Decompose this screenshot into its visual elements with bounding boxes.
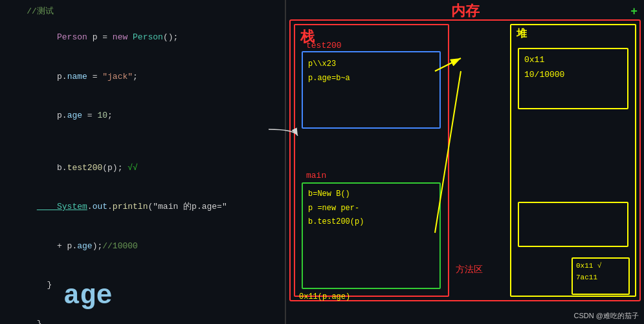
main-frame: main b=New B() p =new per- b.test200(p) <box>302 182 441 289</box>
code-line-8: } <box>6 305 278 324</box>
code-panel: //测试 Person p = new Person(); p.name = "… <box>0 0 285 324</box>
code-line-comment: //测试 <box>6 5 278 18</box>
stack-section: 栈 test200 p\\x23 p.age=b~a main b=New B(… <box>294 24 449 297</box>
heap-label: 堆 <box>516 27 527 41</box>
age-large-text: age <box>63 275 113 318</box>
memory-border: 栈 test200 p\\x23 p.age=b~a main b=New B(… <box>289 19 641 301</box>
code-line-1: Person p = new Person(); <box>6 18 278 57</box>
code-line-2: p.name = "jack"; <box>6 58 278 96</box>
heap-obj-top: 0x11 10/10000 <box>518 48 628 109</box>
diagram-panel: 内存 + 栈 test200 p\\x23 p.age=b~a main <box>285 0 644 324</box>
code-line-blank <box>6 135 278 148</box>
csdn-watermark: CSDN @难吃的茄子 <box>574 311 639 321</box>
main-label: main <box>306 171 326 180</box>
method-area-content: 0x11 √ 7ac11 <box>573 259 628 285</box>
code-line-7: } <box>6 266 278 305</box>
code-line-4: b.test200(p); √√ <box>6 149 278 188</box>
bottom-note: 0x11(p.age) <box>299 292 350 301</box>
main-container: //测试 Person p = new Person(); p.name = "… <box>0 0 644 324</box>
heap-obj-bottom <box>518 202 628 247</box>
code-line-5: System.out.println("main 的p.age=" <box>6 188 278 226</box>
method-area-box: 0x11 √ 7ac11 <box>572 257 630 295</box>
plus-sign: + <box>630 5 638 18</box>
code-line-6: + p.age);//10000 <box>6 226 278 265</box>
test200-label: test200 <box>306 41 342 50</box>
method-area-label: 方法区 <box>456 264 483 275</box>
test200-content: p\\x23 p.age=b~a <box>303 52 439 91</box>
code-line-3: p.age = 10; <box>6 96 278 135</box>
main-content: b=New B() p =new per- b.test200(p) <box>303 184 439 233</box>
memory-label: 内存 <box>451 1 480 21</box>
heap-obj-top-content: 0x11 10/10000 <box>519 49 627 86</box>
test200-frame: test200 p\\x23 p.age=b~a <box>302 51 441 129</box>
heap-section: 堆 0x11 10/10000 <box>510 24 636 297</box>
